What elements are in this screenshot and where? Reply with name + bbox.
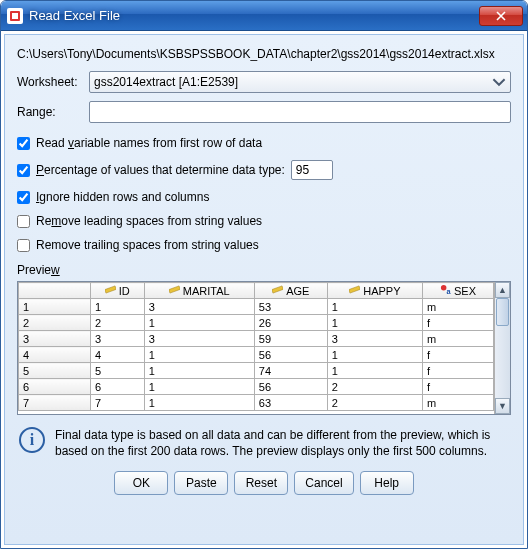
window-title: Read Excel File xyxy=(29,8,479,23)
table-cell[interactable]: 26 xyxy=(254,315,327,331)
table-cell[interactable]: 7 xyxy=(91,395,145,411)
row-number[interactable]: 6 xyxy=(19,379,91,395)
close-button[interactable] xyxy=(479,6,523,26)
table-cell[interactable]: 63 xyxy=(254,395,327,411)
svg-text:a: a xyxy=(446,287,451,295)
remove-trailing-checkbox[interactable] xyxy=(17,239,30,252)
row-number[interactable]: 7 xyxy=(19,395,91,411)
ignore-hidden-row: Ignore hidden rows and columns xyxy=(17,190,511,204)
scroll-up-button[interactable]: ▲ xyxy=(495,282,510,298)
scroll-thumb[interactable] xyxy=(496,298,509,326)
table-cell[interactable]: 2 xyxy=(91,315,145,331)
remove-leading-checkbox[interactable] xyxy=(17,215,30,228)
table-cell[interactable]: 1 xyxy=(327,299,422,315)
table-cell[interactable]: 1 xyxy=(327,347,422,363)
remove-trailing-label: Remove trailing spaces from string value… xyxy=(36,238,259,252)
table-cell[interactable]: 56 xyxy=(254,379,327,395)
table-cell[interactable]: 3 xyxy=(144,299,254,315)
table-cell[interactable]: 1 xyxy=(144,379,254,395)
scroll-track[interactable] xyxy=(495,298,510,398)
table-header[interactable]: ID xyxy=(91,283,145,299)
table-cell[interactable]: 1 xyxy=(144,347,254,363)
table-cell[interactable]: f xyxy=(422,347,493,363)
table-cell[interactable]: 5 xyxy=(91,363,145,379)
worksheet-value: gss2014extract [A1:E2539] xyxy=(94,75,238,89)
table-cell[interactable]: f xyxy=(422,315,493,331)
table-cell[interactable]: 1 xyxy=(144,395,254,411)
table-header[interactable]: AGE xyxy=(254,283,327,299)
ok-button[interactable]: OK xyxy=(114,471,168,495)
table-cell[interactable]: 59 xyxy=(254,331,327,347)
titlebar: Read Excel File xyxy=(1,1,527,31)
row-number[interactable]: 2 xyxy=(19,315,91,331)
range-label: Range: xyxy=(17,105,89,119)
table-cell[interactable]: 6 xyxy=(91,379,145,395)
close-icon xyxy=(496,11,506,21)
cancel-button[interactable]: Cancel xyxy=(294,471,353,495)
table-cell[interactable]: 1 xyxy=(327,315,422,331)
table-cell[interactable]: 2 xyxy=(327,395,422,411)
info-icon: i xyxy=(19,427,45,453)
pct-input[interactable] xyxy=(291,160,333,180)
file-path: C:\Users\Tony\Documents\KSBSPSSBOOK_DATA… xyxy=(17,47,511,61)
table-corner xyxy=(19,283,91,299)
table-cell[interactable]: f xyxy=(422,379,493,395)
table-cell[interactable]: 4 xyxy=(91,347,145,363)
row-number[interactable]: 3 xyxy=(19,331,91,347)
table-cell[interactable]: 56 xyxy=(254,347,327,363)
table-cell[interactable]: 3 xyxy=(144,331,254,347)
dialog-window: Read Excel File C:\Users\Tony\Documents\… xyxy=(0,0,528,549)
ignore-hidden-label: Ignore hidden rows and columns xyxy=(36,190,209,204)
table-header[interactable]: MARITAL xyxy=(144,283,254,299)
table-cell[interactable]: 3 xyxy=(91,331,145,347)
table-header[interactable]: HAPPY xyxy=(327,283,422,299)
table-cell[interactable]: 53 xyxy=(254,299,327,315)
button-bar: OK Paste Reset Cancel Help xyxy=(17,471,511,495)
table-cell[interactable]: m xyxy=(422,299,493,315)
range-input[interactable] xyxy=(89,101,511,123)
pct-checkbox[interactable] xyxy=(17,164,30,177)
read-var-checkbox[interactable] xyxy=(17,137,30,150)
worksheet-label: Worksheet: xyxy=(17,75,89,89)
client-area: C:\Users\Tony\Documents\KSBSPSSBOOK_DATA… xyxy=(4,34,524,545)
svg-rect-5 xyxy=(349,286,360,293)
row-number[interactable]: 4 xyxy=(19,347,91,363)
ignore-hidden-checkbox[interactable] xyxy=(17,191,30,204)
table-cell[interactable]: 74 xyxy=(254,363,327,379)
paste-button[interactable]: Paste xyxy=(174,471,228,495)
table-cell[interactable]: 3 xyxy=(327,331,422,347)
table-cell[interactable]: 1 xyxy=(144,315,254,331)
col-type-icon xyxy=(349,284,360,297)
preview-table-wrap: IDMARITALAGEHAPPYaSEX 113531m221261f3335… xyxy=(17,281,511,415)
app-icon xyxy=(7,8,23,24)
scroll-down-button[interactable]: ▼ xyxy=(495,398,510,414)
col-type-icon xyxy=(272,284,283,297)
table-cell[interactable]: 2 xyxy=(327,379,422,395)
pct-label: Percentage of values that determine data… xyxy=(36,163,285,177)
col-name: HAPPY xyxy=(363,285,400,297)
svg-rect-2 xyxy=(105,286,116,293)
svg-rect-4 xyxy=(272,286,283,293)
table-header[interactable]: aSEX xyxy=(422,283,493,299)
table-row: 661562f xyxy=(19,379,494,395)
row-number[interactable]: 1 xyxy=(19,299,91,315)
row-number[interactable]: 5 xyxy=(19,363,91,379)
info-row: i Final data type is based on all data a… xyxy=(19,427,509,459)
table-cell[interactable]: m xyxy=(422,331,493,347)
reset-button[interactable]: Reset xyxy=(234,471,288,495)
table-cell[interactable]: 1 xyxy=(327,363,422,379)
scrollbar-vertical[interactable]: ▲ ▼ xyxy=(494,282,510,414)
table-cell[interactable]: f xyxy=(422,363,493,379)
svg-rect-3 xyxy=(169,286,180,293)
info-text: Final data type is based on all data and… xyxy=(55,427,509,459)
worksheet-combo[interactable]: gss2014extract [A1:E2539] xyxy=(89,71,511,93)
col-name: MARITAL xyxy=(183,285,230,297)
col-name: SEX xyxy=(454,285,476,297)
table-cell[interactable]: 1 xyxy=(144,363,254,379)
table-cell[interactable]: 1 xyxy=(91,299,145,315)
help-button[interactable]: Help xyxy=(360,471,414,495)
table-row: 551741f xyxy=(19,363,494,379)
svg-rect-1 xyxy=(12,13,18,19)
table-cell[interactable]: m xyxy=(422,395,493,411)
remove-trailing-row: Remove trailing spaces from string value… xyxy=(17,238,511,252)
